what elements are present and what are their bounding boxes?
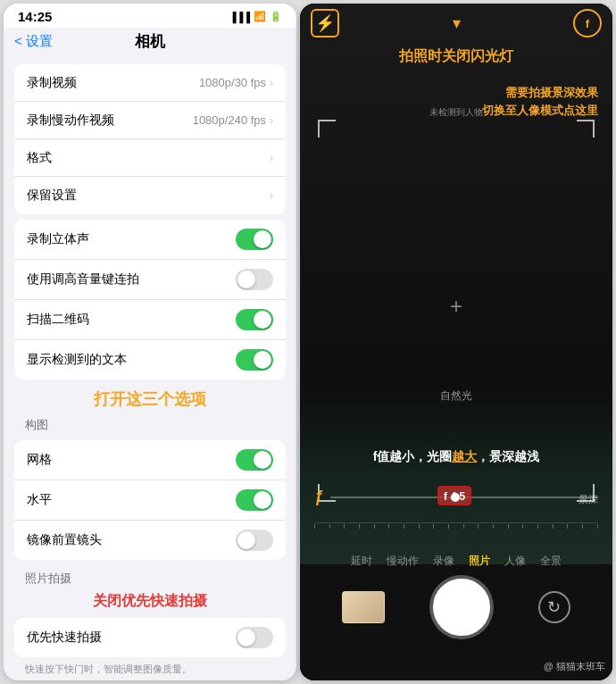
row-label: 录制立体声 (27, 231, 236, 247)
portrait-annotation: 需要拍摄景深效果 切换至人像模式点这里 (482, 84, 598, 119)
vf-crosshair: + (450, 294, 462, 319)
tick (404, 524, 404, 529)
tick (508, 524, 509, 529)
chevron-icon: › (270, 189, 273, 202)
nav-bar: < 设置 相机 (4, 28, 296, 59)
f-button[interactable]: f (573, 9, 602, 38)
row-label: 录制视频 (27, 75, 199, 91)
camera-bg (300, 386, 612, 564)
settings-content: 录制视频 1080p/30 fps › 录制慢动作视频 1080p/240 fp… (4, 59, 296, 680)
tick (597, 524, 598, 529)
page-title: 相机 (135, 31, 165, 52)
tick (374, 524, 375, 529)
toggle-show-text[interactable] (236, 349, 273, 371)
row-value: 1080p/240 fps (193, 113, 266, 127)
mode-slowmo[interactable]: 慢动作 (387, 554, 419, 569)
toggle-scan-qr[interactable] (236, 309, 273, 330)
chevron-icon: › (270, 77, 273, 89)
tick (344, 524, 345, 529)
toggle-volume-burst[interactable] (236, 269, 273, 290)
tick (537, 524, 538, 529)
tick (359, 524, 360, 529)
flash-icon: ⚡ (315, 13, 335, 33)
photo-group: 优先快速拍摄 (14, 618, 286, 657)
not-found-label: 未检测到人物 (429, 106, 483, 119)
f-label: f (586, 17, 589, 30)
scene-label: 景深 (579, 493, 598, 506)
left-panel: 14:25 ▐▐▐ 📶 🔋 < 设置 相机 录制视频 1080p/30 fps … (4, 4, 296, 680)
toggle-grid[interactable] (236, 449, 273, 471)
tick (448, 524, 449, 529)
row-value: 1080p/30 fps (199, 76, 266, 89)
ticker-line (314, 522, 598, 523)
toggle-mirror[interactable] (236, 530, 273, 551)
row-label: 使用调高音量键连拍 (27, 271, 236, 288)
tick (388, 524, 389, 529)
aperture-slider[interactable]: f 4.5 (330, 496, 598, 498)
flash-button[interactable]: ⚡ (311, 9, 339, 38)
row-label: 格式 (27, 150, 270, 166)
row-preserve[interactable]: 保留设置 › (14, 177, 286, 214)
row-show-text: 显示检测到的文本 (14, 340, 286, 380)
row-volume-burst: 使用调高音量键连拍 (14, 260, 286, 300)
portrait-line2: 切换至人像模式点这里 (482, 102, 598, 120)
ticker-marks (314, 524, 598, 529)
toggle-level[interactable] (236, 489, 273, 511)
section-photo-label: 照片拍摄 (4, 565, 296, 588)
status-time: 14:25 (18, 9, 52, 24)
tick (419, 524, 420, 529)
outer-container: 14:25 ▐▐▐ 📶 🔋 < 设置 相机 录制视频 1080p/30 fps … (0, 0, 616, 684)
row-format[interactable]: 格式 › (14, 139, 286, 177)
mode-video[interactable]: 录像 (433, 554, 454, 569)
tick (493, 524, 494, 529)
rotate-camera-button[interactable]: ↻ (538, 591, 570, 623)
status-bar: 14:25 ▐▐▐ 📶 🔋 (4, 4, 296, 28)
status-icons: ▐▐▐ 📶 🔋 (229, 11, 282, 22)
row-label: 优先快速拍摄 (27, 630, 236, 646)
signal-icon: ▐▐▐ (229, 12, 250, 22)
mode-timelapse[interactable]: 延时 (351, 554, 372, 569)
compose-group: 网格 水平 镜像前置镜头 (14, 440, 286, 560)
arrow-down-icon[interactable]: ▾ (453, 13, 461, 33)
video-settings-group: 录制视频 1080p/30 fps › 录制慢动作视频 1080p/240 fp… (14, 64, 286, 214)
portrait-line1: 需要拍摄景深效果 (482, 84, 598, 102)
wifi-icon: 📶 (254, 11, 266, 22)
chevron-icon: › (270, 114, 273, 127)
row-label: 录制慢动作视频 (27, 113, 193, 129)
annotation-top: 拍照时关闭闪光灯 (300, 46, 612, 66)
watermark: @ 猫猫末班车 (544, 660, 605, 673)
row-label: 镜像前置镜头 (27, 532, 236, 548)
row-priority-shoot: 优先快速拍摄 (14, 618, 286, 657)
toggle-priority-shoot[interactable] (236, 627, 273, 648)
toggles1-group: 录制立体声 使用调高音量键连拍 扫描二维码 显示检测到的文本 (14, 220, 286, 380)
mode-panorama[interactable]: 全景 (540, 554, 562, 569)
tick (567, 524, 568, 529)
shutter-button[interactable] (433, 579, 490, 636)
tick (433, 524, 434, 529)
row-label: 扫描二维码 (27, 312, 236, 328)
row-label: 显示检测到的文本 (27, 352, 236, 368)
fvalue-text: f值越小，光圈 (373, 449, 453, 463)
row-label: 水平 (27, 492, 236, 508)
section-compose-label: 构图 (4, 412, 296, 435)
row-label: 保留设置 (27, 188, 270, 204)
photo-preview-thumbnail[interactable] (342, 591, 385, 623)
row-record-video[interactable]: 录制视频 1080p/30 fps › (14, 64, 286, 102)
fvalue-highlight: 越大 (452, 449, 477, 463)
row-record-slow[interactable]: 录制慢动作视频 1080p/240 fps › (14, 102, 286, 139)
fvalue-text2: ，景深越浅 (477, 449, 539, 463)
tick (314, 524, 315, 529)
vf-corner-tr (577, 120, 595, 138)
tick (329, 524, 330, 529)
row-scan-qr: 扫描二维码 (14, 300, 286, 340)
battery-icon: 🔋 (270, 11, 282, 22)
back-button[interactable]: < 设置 (14, 33, 53, 50)
aperture-row: ƒ f 4.5 (300, 488, 612, 506)
toggle-stereo[interactable] (236, 229, 273, 250)
mode-photo[interactable]: 照片 (469, 554, 490, 569)
aperture-f-icon: ƒ (314, 488, 323, 506)
mode-portrait[interactable]: 人像 (504, 554, 526, 569)
row-level: 水平 (14, 480, 286, 521)
camera-top-bar: ⚡ ▾ f (300, 4, 612, 43)
right-panel: ⚡ ▾ f 拍照时关闭闪光灯 未检测到人物 需要拍摄景深效果 切换至人像模式点这… (300, 4, 612, 680)
